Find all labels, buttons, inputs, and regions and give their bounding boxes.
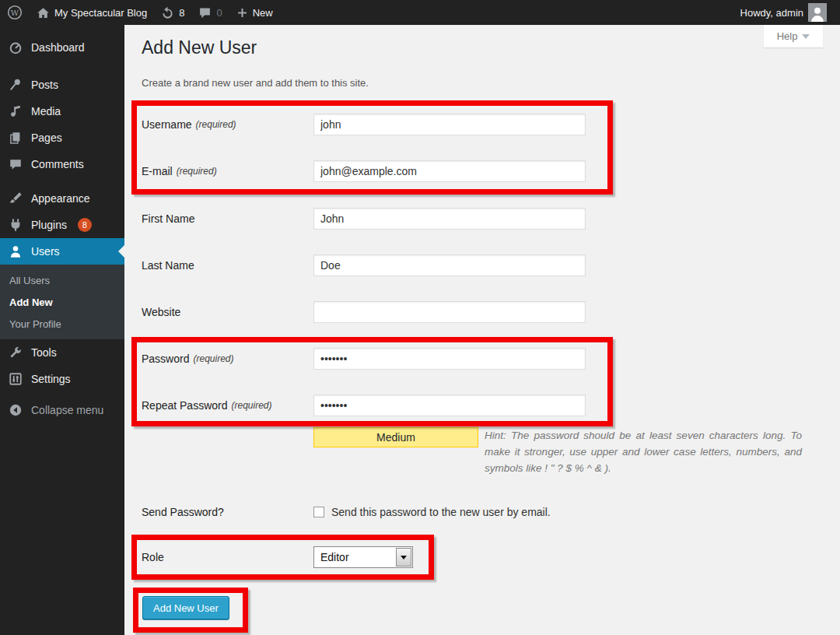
send-password-row: Send Password? Send this password to the…: [142, 501, 551, 523]
sidebar-item-label: Pages: [31, 132, 62, 144]
submenu-item-your-profile[interactable]: Your Profile: [0, 313, 124, 335]
new-content-menu[interactable]: New: [229, 0, 280, 25]
plugins-update-badge: 8: [78, 218, 92, 232]
updates-link[interactable]: 8: [154, 0, 191, 25]
my-account-menu[interactable]: Howdy, admin: [733, 0, 834, 25]
site-name-link[interactable]: My Spectacular Blog: [30, 0, 154, 25]
email-input[interactable]: [313, 160, 586, 182]
pushpin-icon: [8, 77, 23, 93]
settings-sliders-icon: [8, 371, 23, 387]
sidebar-item-settings[interactable]: Settings: [0, 366, 124, 392]
wordpress-admin-page: W My Spectacular Blog 8 0 New: [0, 0, 840, 635]
last-name-row: Last Name: [142, 254, 586, 276]
help-label: Help: [777, 30, 798, 42]
comment-bubble-icon: [198, 6, 212, 19]
sidebar-item-label: Settings: [31, 373, 71, 385]
collapse-arrow-icon: [8, 402, 23, 418]
sidebar-item-media[interactable]: Media: [0, 98, 124, 125]
submenu-item-label: All Users: [9, 275, 50, 286]
sidebar-item-label: Posts: [31, 79, 58, 91]
paintbrush-icon: [8, 191, 23, 206]
comment-count: 0: [216, 7, 222, 19]
sidebar-item-tools[interactable]: Tools: [0, 339, 124, 366]
sidebar-item-label: Media: [31, 105, 61, 118]
password-input[interactable]: [313, 348, 586, 370]
role-row: Role Editor: [142, 546, 413, 568]
pages-icon: [8, 130, 23, 146]
password-strength-meter: Medium: [313, 427, 478, 447]
required-hint: (required): [177, 166, 217, 177]
wordpress-logo-menu[interactable]: W: [0, 0, 30, 25]
howdy-text: Howdy, admin: [740, 7, 803, 19]
required-hint: (required): [193, 353, 233, 364]
first-name-label: First Name: [142, 212, 194, 225]
send-password-checkbox-label: Send this password to the new user by em…: [331, 506, 551, 518]
sidebar-item-dashboard[interactable]: Dashboard: [0, 34, 124, 61]
sidebar-item-appearance[interactable]: Appearance: [0, 185, 124, 212]
admin-sidebar: Dashboard Posts Media Pages Commen: [0, 25, 124, 635]
dropdown-arrow-button[interactable]: [396, 548, 411, 567]
wrench-icon: [8, 345, 23, 360]
user-icon: [8, 244, 23, 259]
sidebar-item-pages[interactable]: Pages: [0, 125, 124, 151]
repeat-password-input[interactable]: [313, 395, 586, 416]
submenu-item-label: Add New: [9, 296, 53, 308]
sidebar-item-label: Dashboard: [31, 41, 85, 54]
page-description: Create a brand new user and add them to …: [142, 77, 369, 89]
avatar: [808, 3, 827, 22]
sidebar-item-posts[interactable]: Posts: [0, 72, 124, 98]
chevron-down-icon: [802, 34, 810, 39]
add-new-user-button[interactable]: Add New User: [142, 596, 229, 619]
required-hint: (required): [232, 400, 272, 411]
submenu-item-add-new[interactable]: Add New: [0, 291, 124, 313]
users-submenu: All Users Add New Your Profile: [0, 265, 124, 339]
submenu-item-all-users[interactable]: All Users: [0, 269, 124, 291]
last-name-input[interactable]: [313, 254, 586, 276]
comments-link[interactable]: 0: [191, 0, 229, 25]
sidebar-item-label: Comments: [31, 158, 84, 170]
comment-bubble-icon: [8, 156, 23, 172]
username-input[interactable]: [313, 114, 586, 135]
send-password-label: Send Password?: [142, 506, 224, 518]
home-icon: [37, 6, 50, 19]
role-selected-value: Editor: [314, 551, 396, 563]
sidebar-item-label: Appearance: [31, 192, 90, 205]
dashboard-gauge-icon: [8, 40, 23, 55]
plus-icon: [236, 7, 248, 19]
send-password-checkbox[interactable]: [313, 507, 324, 517]
chevron-down-icon: [401, 556, 407, 560]
submenu-item-label: Your Profile: [9, 318, 61, 330]
updates-icon: [161, 6, 174, 19]
required-hint: (required): [196, 119, 236, 130]
password-label: Password: [142, 353, 189, 365]
update-count: 8: [179, 7, 184, 19]
sidebar-item-comments[interactable]: Comments: [0, 151, 124, 177]
email-label: E-mail: [142, 165, 173, 177]
sidebar-item-label: Users: [31, 245, 60, 258]
svg-text:W: W: [11, 9, 19, 17]
website-input[interactable]: [313, 301, 586, 323]
sidebar-item-label: Collapse menu: [31, 404, 103, 416]
sidebar-item-users[interactable]: Users: [0, 238, 124, 265]
new-label: New: [253, 7, 273, 19]
page-title: Add New User: [142, 37, 257, 58]
username-label: Username: [142, 118, 192, 131]
first-name-input[interactable]: [313, 208, 586, 230]
collapse-menu-button[interactable]: Collapse menu: [0, 397, 124, 423]
sidebar-item-label: Plugins: [31, 219, 67, 231]
main-content: Help Add New User Create a brand new use…: [124, 25, 840, 635]
password-strength-block: Medium Hint: The password should be at l…: [313, 427, 802, 476]
plug-icon: [8, 217, 23, 233]
username-row: Username (required): [142, 114, 586, 135]
sidebar-item-plugins[interactable]: Plugins 8: [0, 212, 124, 238]
role-select[interactable]: Editor: [313, 546, 413, 568]
password-row: Password (required): [142, 348, 586, 370]
website-row: Website: [142, 301, 586, 323]
role-label: Role: [142, 551, 164, 563]
first-name-row: First Name: [142, 208, 586, 230]
repeat-password-row: Repeat Password (required): [142, 395, 586, 416]
sidebar-item-label: Tools: [31, 346, 57, 359]
help-button[interactable]: Help: [764, 25, 823, 47]
admin-bar: W My Spectacular Blog 8 0 New: [0, 0, 840, 25]
repeat-password-label: Repeat Password: [142, 399, 228, 412]
